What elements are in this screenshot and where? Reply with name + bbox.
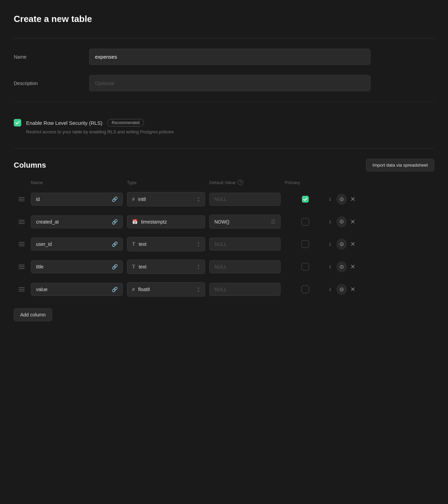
column-type-text: timestamptz — [141, 219, 200, 225]
columns-header: Columns Import data via spreadsheet — [14, 159, 434, 171]
column-default-text: NULL — [214, 241, 227, 247]
column-default-value[interactable]: NULL — [209, 260, 281, 273]
primary-checkbox-area — [285, 218, 326, 226]
column-delete-button[interactable]: ✕ — [349, 263, 357, 271]
primary-checkbox-area — [285, 196, 326, 203]
action-number-badge: 1 — [326, 195, 334, 204]
type-calendar-icon: 📅 — [132, 219, 138, 224]
recommended-badge: Recommended — [107, 119, 144, 127]
col-header-default: Default Value ? — [209, 180, 285, 185]
default-value-help-icon[interactable]: ? — [238, 180, 243, 185]
column-delete-button[interactable]: ✕ — [349, 240, 357, 248]
column-delete-button[interactable]: ✕ — [349, 218, 357, 226]
column-name-text: user_id — [36, 241, 52, 247]
column-default-value[interactable]: NULL — [209, 193, 281, 206]
column-settings-button[interactable]: ⚙ — [337, 216, 347, 227]
drag-handle[interactable] — [17, 196, 31, 203]
column-default-value[interactable]: NULL — [209, 283, 281, 296]
column-name-input[interactable]: title 🔗 — [31, 260, 123, 273]
column-default-value[interactable]: NULL — [209, 238, 281, 251]
column-default-value[interactable]: NOW() ☰ — [209, 215, 281, 229]
table-row: user_id 🔗 T text ▲▼ NULL 1 ⚙ ✕ — [14, 233, 434, 255]
column-type-select[interactable]: T text ▲▼ — [127, 237, 205, 251]
primary-checkbox-empty[interactable] — [302, 218, 309, 226]
column-default-text: NULL — [214, 196, 227, 202]
column-default-text: NULL — [214, 287, 227, 292]
columns-list: id 🔗 # int8 ▲▼ NULL 1 ⚙ — [14, 189, 434, 300]
type-hash-icon: # — [132, 287, 135, 292]
column-actions: 1 ⚙ ✕ — [326, 284, 357, 295]
primary-checkbox-checked[interactable] — [302, 196, 309, 203]
drag-handle[interactable] — [17, 286, 31, 293]
drag-handle[interactable] — [17, 241, 31, 248]
column-name-text: id — [36, 196, 40, 202]
column-type-text: int8 — [138, 196, 193, 202]
column-name-input[interactable]: id 🔗 — [31, 193, 123, 206]
name-field-row: Name — [14, 49, 434, 65]
column-actions: 1 ⚙ ✕ — [326, 239, 357, 250]
column-name-input[interactable]: value 🔗 — [31, 283, 123, 296]
name-label: Name — [14, 54, 75, 60]
column-delete-button[interactable]: ✕ — [349, 195, 357, 203]
add-column-button[interactable]: Add column — [14, 308, 52, 321]
col-header-type: Type — [127, 180, 209, 185]
column-name-text: created_at — [36, 219, 59, 225]
rls-checkbox[interactable] — [14, 119, 21, 127]
column-settings-button[interactable]: ⚙ — [337, 239, 347, 250]
type-spinner[interactable]: ▲▼ — [197, 196, 200, 203]
action-number-badge: 1 — [326, 285, 334, 294]
rls-label: Enable Row Level Security (RLS) — [26, 120, 103, 126]
table-row: value 🔗 # float8 ▲▼ NULL 1 ⚙ ✕ — [14, 279, 434, 300]
primary-checkbox-empty[interactable] — [302, 263, 309, 271]
default-value-list-icon[interactable]: ☰ — [271, 218, 275, 225]
columns-section: Columns Import data via spreadsheet Name… — [14, 159, 434, 321]
import-spreadsheet-button[interactable]: Import data via spreadsheet — [366, 159, 434, 171]
column-type-select[interactable]: T text ▲▼ — [127, 260, 205, 274]
type-text-icon: T — [132, 241, 135, 247]
type-text-icon: T — [132, 264, 135, 269]
column-actions: 1 ⚙ ✕ — [326, 194, 357, 205]
title-divider — [14, 38, 434, 38]
description-input[interactable] — [89, 75, 370, 91]
primary-checkbox-area — [285, 286, 326, 293]
column-name-text: title — [36, 264, 44, 269]
columns-table-header: Name Type Default Value ? Primary — [14, 180, 434, 185]
page-title: Create a new table — [14, 14, 434, 24]
link-icon: 🔗 — [112, 219, 118, 225]
col-header-primary: Primary — [285, 180, 326, 185]
column-name-input[interactable]: created_at 🔗 — [31, 215, 123, 228]
action-number-badge: 1 — [326, 240, 334, 249]
column-default-text: NOW() — [214, 219, 229, 225]
name-input[interactable] — [89, 49, 370, 65]
column-settings-button[interactable]: ⚙ — [337, 284, 347, 295]
column-settings-button[interactable]: ⚙ — [337, 261, 347, 272]
primary-checkbox-empty[interactable] — [302, 286, 309, 293]
column-name-input[interactable]: user_id 🔗 — [31, 238, 123, 251]
column-type-select[interactable]: 📅 timestamptz — [127, 215, 205, 228]
primary-checkbox-area — [285, 263, 326, 271]
description-label: Description — [14, 81, 75, 86]
form-divider — [14, 101, 434, 102]
col-header-name: Name — [31, 180, 127, 185]
rls-section: Enable Row Level Security (RLS) Recommen… — [14, 112, 434, 141]
column-type-text: text — [139, 241, 193, 247]
type-spinner[interactable]: ▲▼ — [197, 241, 200, 248]
drag-handle[interactable] — [17, 218, 31, 225]
rls-row: Enable Row Level Security (RLS) Recommen… — [14, 119, 434, 127]
column-actions: 1 ⚙ ✕ — [326, 261, 357, 272]
columns-title: Columns — [14, 161, 46, 170]
type-spinner[interactable]: ▲▼ — [197, 286, 200, 293]
column-type-select[interactable]: # int8 ▲▼ — [127, 192, 205, 206]
column-settings-button[interactable]: ⚙ — [337, 194, 347, 205]
primary-checkbox-empty[interactable] — [302, 240, 309, 248]
drag-handle[interactable] — [17, 263, 31, 270]
table-row: title 🔗 T text ▲▼ NULL 1 ⚙ ✕ — [14, 256, 434, 277]
type-spinner[interactable]: ▲▼ — [197, 263, 200, 270]
column-delete-button[interactable]: ✕ — [349, 285, 357, 293]
link-icon: 🔗 — [112, 241, 118, 247]
table-row: id 🔗 # int8 ▲▼ NULL 1 ⚙ — [14, 189, 434, 210]
rls-divider — [14, 148, 434, 148]
type-hash-icon: # — [132, 196, 135, 202]
rls-description: Restrict access to your table by enablin… — [26, 129, 434, 134]
column-type-select[interactable]: # float8 ▲▼ — [127, 282, 205, 297]
